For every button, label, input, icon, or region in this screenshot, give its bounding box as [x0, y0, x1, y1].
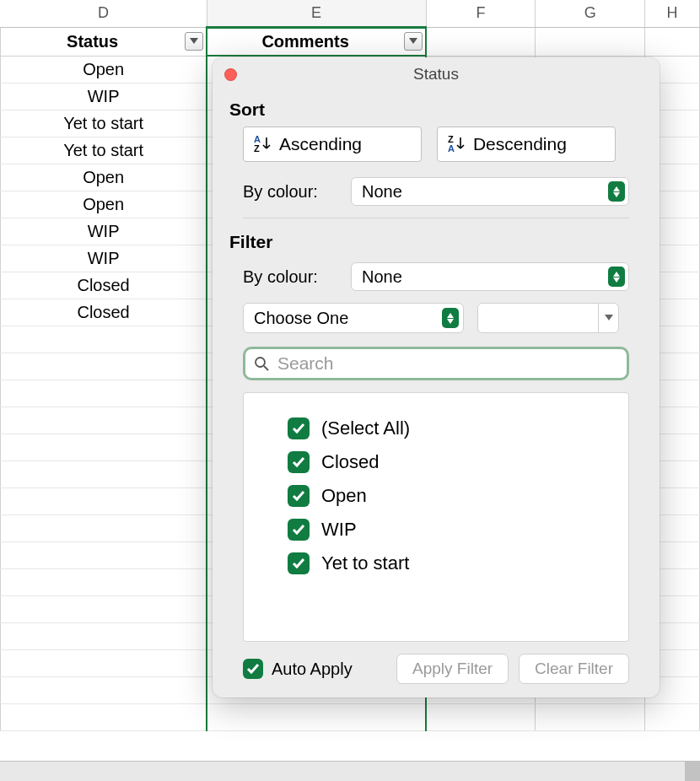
- checkbox-checked-icon: [288, 451, 310, 473]
- cell-status[interactable]: [1, 595, 207, 622]
- cell-status[interactable]: [1, 380, 207, 407]
- svg-point-0: [256, 358, 265, 367]
- cell-status[interactable]: Closed: [1, 272, 207, 299]
- checkbox-checked-icon: [288, 485, 310, 507]
- check-select-all[interactable]: (Select All): [288, 412, 622, 445]
- cell[interactable]: [426, 703, 536, 730]
- sort-section-title: Sort: [213, 91, 660, 127]
- col-letter-f[interactable]: F: [426, 0, 536, 27]
- cell[interactable]: [536, 703, 645, 730]
- header-cell-comments[interactable]: Comments: [207, 27, 426, 56]
- header-cell-g[interactable]: [536, 27, 645, 56]
- header-cell-h[interactable]: [645, 27, 700, 56]
- header-cell-status[interactable]: Status: [1, 27, 207, 56]
- cell-status[interactable]: Open: [1, 56, 207, 83]
- chevron-down-icon: [598, 304, 618, 332]
- check-open[interactable]: Open: [288, 479, 622, 513]
- auto-apply-checkbox[interactable]: [243, 659, 263, 679]
- sort-ascending-button[interactable]: AZ Ascending: [243, 127, 422, 162]
- checkbox-checked-icon: [288, 519, 310, 541]
- cell-status[interactable]: [1, 703, 207, 730]
- yet-to-start-label: Yet to start: [321, 552, 409, 574]
- chevron-down-icon: [190, 38, 198, 45]
- auto-apply-label: Auto Apply: [272, 660, 353, 679]
- sort-by-colour-label: By colour:: [243, 182, 336, 202]
- cell-status[interactable]: Open: [1, 191, 207, 218]
- filter-value-combo[interactable]: [477, 303, 619, 333]
- cell-status[interactable]: [1, 461, 207, 487]
- cell-status[interactable]: [1, 407, 207, 434]
- col-letter-h[interactable]: H: [645, 0, 700, 27]
- popover-header: Status: [213, 57, 660, 91]
- table-row[interactable]: [1, 703, 700, 730]
- cell-status[interactable]: [1, 568, 207, 595]
- svg-line-1: [264, 366, 268, 370]
- chevron-down-icon: [409, 38, 417, 45]
- cell-status[interactable]: [1, 514, 207, 541]
- closed-label: Closed: [321, 451, 379, 473]
- stepper-icon: [442, 308, 459, 328]
- cell-status[interactable]: Yet to start: [1, 110, 207, 137]
- checkbox-checked-icon: [288, 552, 310, 574]
- search-input[interactable]: [277, 353, 618, 374]
- cell-status[interactable]: Yet to start: [1, 137, 207, 164]
- sort-az-icon: AZ: [254, 135, 271, 154]
- header-row: Status Comments: [1, 27, 700, 56]
- filter-colour-value: None: [362, 267, 402, 287]
- cell-status[interactable]: [1, 541, 207, 568]
- filter-checklist: (Select All) Closed Open WIP Yet to star…: [243, 392, 629, 642]
- sort-descending-button[interactable]: ZA Descending: [437, 127, 616, 162]
- col-letter-g[interactable]: G: [536, 0, 645, 27]
- cell-status[interactable]: [1, 487, 207, 514]
- cell-status[interactable]: [1, 434, 207, 461]
- check-yet-to-start[interactable]: Yet to start: [288, 547, 622, 580]
- filter-dropdown-comments[interactable]: [404, 32, 423, 51]
- filter-by-colour-select[interactable]: None: [351, 262, 629, 291]
- cell-status[interactable]: [1, 622, 207, 649]
- header-cell-f[interactable]: [426, 27, 536, 56]
- search-icon: [254, 356, 269, 371]
- sort-by-colour-select[interactable]: None: [351, 177, 629, 206]
- check-closed[interactable]: Closed: [288, 445, 622, 479]
- stepper-icon: [608, 267, 625, 287]
- cell-status[interactable]: [1, 649, 207, 676]
- select-all-label: (Select All): [321, 417, 410, 439]
- divider: [243, 218, 629, 218]
- filter-section-title: Filter: [213, 224, 660, 259]
- apply-filter-button[interactable]: Apply Filter: [396, 654, 509, 684]
- cell-status[interactable]: WIP: [1, 83, 207, 110]
- search-field-wrap[interactable]: [243, 347, 629, 380]
- filter-dropdown-status[interactable]: [185, 32, 203, 51]
- bottom-scrollbar[interactable]: [0, 761, 700, 781]
- sort-colour-value: None: [362, 182, 402, 202]
- popover-title: Status: [413, 65, 459, 83]
- wip-label: WIP: [321, 519, 357, 541]
- descending-label: Descending: [473, 134, 567, 154]
- cell[interactable]: [645, 703, 700, 730]
- filter-by-colour-label: By colour:: [243, 267, 336, 287]
- filter-popover: Status Sort AZ Ascending ZA Descending B…: [213, 57, 660, 698]
- cell-status[interactable]: WIP: [1, 218, 207, 245]
- ascending-label: Ascending: [279, 134, 362, 154]
- header-status-label: Status: [67, 32, 118, 51]
- sort-za-icon: ZA: [448, 135, 465, 154]
- cell-status[interactable]: Closed: [1, 299, 207, 326]
- clear-filter-button[interactable]: Clear Filter: [519, 654, 629, 684]
- open-label: Open: [321, 485, 367, 507]
- cell-status[interactable]: [1, 326, 207, 353]
- cell-status[interactable]: [1, 353, 207, 380]
- cell-comments[interactable]: [207, 703, 426, 730]
- close-button[interactable]: [224, 68, 237, 81]
- col-letter-e[interactable]: E: [207, 0, 426, 27]
- col-letter-d[interactable]: D: [1, 0, 207, 27]
- filter-condition-select[interactable]: Choose One: [243, 303, 464, 333]
- header-comments-label: Comments: [261, 32, 348, 51]
- column-letter-row: D E F G H: [1, 0, 700, 27]
- cell-status[interactable]: Open: [1, 164, 207, 191]
- checkbox-checked-icon: [288, 417, 310, 439]
- scrollbar-thumb[interactable]: [685, 762, 700, 781]
- check-wip[interactable]: WIP: [288, 513, 622, 547]
- cell-status[interactable]: [1, 676, 207, 703]
- stepper-icon: [608, 181, 625, 202]
- cell-status[interactable]: WIP: [1, 245, 207, 272]
